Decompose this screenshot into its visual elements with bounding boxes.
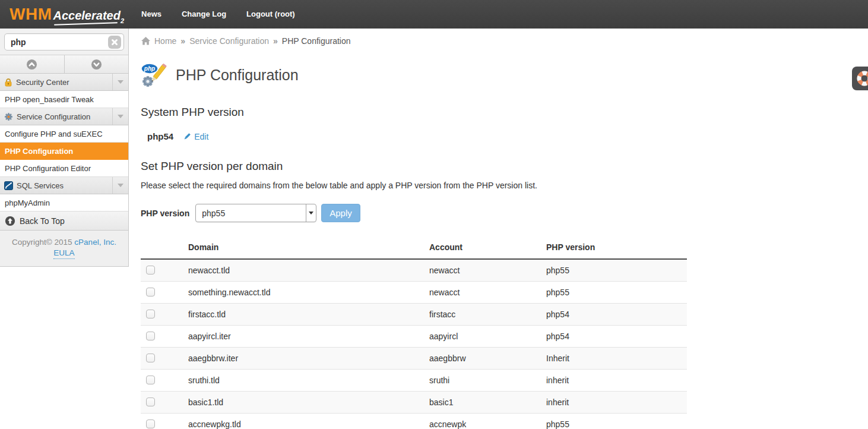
row-checkbox[interactable] [146,288,155,296]
whm-logo-text: WHM [9,6,52,23]
breadcrumb-home[interactable]: Home [154,36,176,46]
system-php-heading: System PHP version [141,106,868,119]
sidebar-item-phpmyadmin[interactable]: phpMyAdmin [0,194,128,212]
domain-cell: sruthi.tld [188,369,429,391]
domain-cell: aapyircl.iter [188,325,429,347]
next-result-button[interactable] [65,55,129,73]
account-cell: sruthi [429,369,546,391]
collapse-chevron-icon[interactable] [112,177,128,194]
account-cell: accnewpk [429,413,546,429]
page-title-row: php PHP Configuration [141,62,868,88]
gears-icon [4,112,13,121]
search-result-nav [0,55,128,74]
system-php-value: php54 [147,131,173,141]
nav-change-log[interactable]: Change Log [172,0,236,29]
row-checkbox[interactable] [146,398,155,406]
sidebar-item-php-open-basedir-tweak[interactable]: PHP open_basedir Tweak [0,91,128,108]
mysql-icon [4,181,13,190]
account-cell: aapyircl [429,325,546,347]
home-icon[interactable] [141,36,151,46]
php-version-cell: php54 [546,325,687,347]
search-input[interactable] [11,37,108,47]
per-domain-heading: Set PHP version per domain [141,160,868,173]
row-checkbox[interactable] [146,266,155,275]
eula-link[interactable]: EULA [53,248,74,259]
table-row: something.newacct.tld newacct php55 [141,281,687,303]
close-icon [111,39,118,46]
domain-cell: newacct.tld [188,259,429,281]
domain-cell: firstacc.tld [188,303,429,325]
domain-column-header: Domain [188,239,429,259]
sidebar-footer: Copyright© 2015 cPanel, Inc. EULA [0,231,128,267]
lock-icon [4,78,12,87]
nav-logout[interactable]: Logout (root) [236,0,305,29]
cpanel-link[interactable]: cPanel, Inc. [74,238,116,247]
php-version-column-header: PHP version [546,239,687,259]
account-cell: newacct [429,281,546,303]
breadcrumb-separator: » [273,36,278,46]
pencil-icon [183,133,191,141]
account-column-header: Account [429,239,546,259]
apply-button[interactable]: Apply [321,204,360,222]
select-column-header [141,239,188,259]
sidebar-group-label: SQL Services [17,181,64,190]
help-button[interactable] [852,67,868,90]
row-checkbox[interactable] [146,419,155,428]
php-version-cell: Inherit [546,347,687,369]
php-version-cell: php55 [546,281,687,303]
php-version-cell: php55 [546,413,687,429]
collapse-chevron-icon[interactable] [112,108,128,125]
table-header-row: Domain Account PHP version [141,239,687,259]
domain-cell: something.newacct.tld [188,281,429,303]
clear-search-button[interactable] [108,36,121,49]
sidebar-group-security-center[interactable]: Security Center [0,74,128,91]
logo-subscript: 2 [121,17,124,24]
top-bar: WHM Accelerated 2 News Change Log Logout… [0,0,868,29]
php-configuration-icon: php [141,62,169,88]
back-to-top-button[interactable]: Back To Top [0,212,128,231]
breadcrumb: Home » Service Configuration » PHP Confi… [141,29,868,53]
breadcrumb-separator: » [180,36,185,46]
sidebar-item-configure-php-suexec[interactable]: Configure PHP and suEXEC [0,125,128,143]
edit-system-php-link[interactable]: Edit [183,132,208,141]
php-version-select[interactable]: php55 [195,204,316,222]
php-version-cell: inherit [546,369,687,391]
row-checkbox[interactable] [146,310,155,318]
lifebuoy-icon [857,71,868,86]
table-row: accnewpkg.tld accnewpk php55 [141,413,687,429]
account-cell: aaegbbrw [429,347,546,369]
back-to-top-label: Back To Top [20,216,65,226]
sidebar-group-label: Service Configuration [17,112,90,121]
copyright-text: Copyright© 2015 [12,238,72,247]
previous-result-button[interactable] [0,55,65,73]
sidebar-item-php-configuration-editor[interactable]: PHP Configuration Editor [0,160,128,177]
collapse-chevron-icon[interactable] [112,74,128,90]
nav-news[interactable]: News [131,0,172,29]
accelerated-logo-text: Accelerated [53,9,120,22]
sidebar-group-sql-services[interactable]: SQL Services [0,177,128,194]
row-checkbox[interactable] [146,332,155,340]
table-row: newacct.tld newacct php55 [141,259,687,281]
domain-cell: accnewpkg.tld [188,413,429,429]
table-row: sruthi.tld sruthi inherit [141,369,687,391]
sidebar-group-label: Security Center [16,78,69,87]
sidebar-item-php-configuration[interactable]: PHP Configuration [0,143,128,160]
top-nav: News Change Log Logout (root) [131,0,305,29]
whm-logo[interactable]: WHM Accelerated 2 [9,6,124,23]
breadcrumb-service-configuration[interactable]: Service Configuration [189,36,269,46]
domain-table: Domain Account PHP version newacct.tld n… [141,239,687,429]
php-version-selected: php55 [196,204,306,222]
php-version-label: PHP version [141,209,189,218]
account-cell: basic1 [429,391,546,413]
account-cell: firstacc [429,303,546,325]
edit-link-label: Edit [194,132,208,141]
chevron-down-circle-icon [91,59,102,70]
domain-cell: aaegbbrw.iter [188,347,429,369]
breadcrumb-php-configuration: PHP Configuration [282,36,351,46]
main-content: Home » Service Configuration » PHP Confi… [129,29,868,429]
account-cell: newacct [429,259,546,281]
php-version-cell: inherit [546,391,687,413]
row-checkbox[interactable] [146,354,155,362]
row-checkbox[interactable] [146,376,155,384]
sidebar-group-service-configuration[interactable]: Service Configuration [0,108,128,125]
